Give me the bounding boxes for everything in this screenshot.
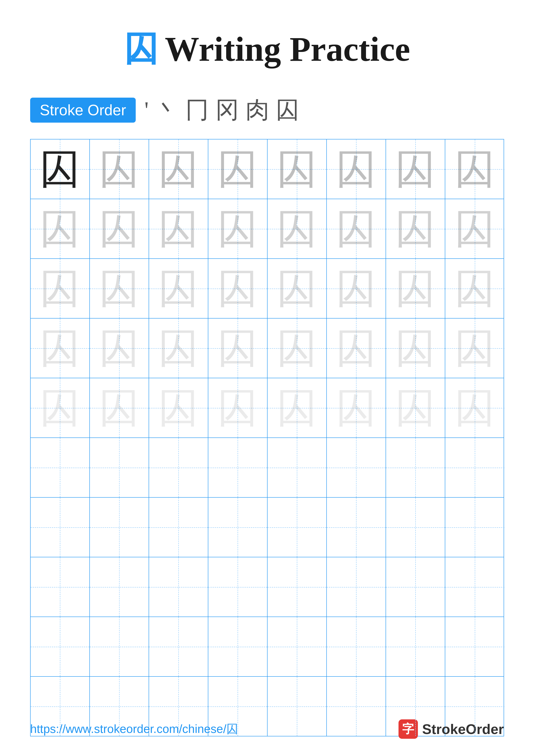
grid-cell: 囚 bbox=[31, 139, 90, 199]
stroke-char-3: 冂 bbox=[185, 94, 209, 126]
grid-cell-empty[interactable] bbox=[386, 438, 445, 497]
practice-char-guide: 囚 bbox=[217, 208, 258, 249]
grid-cell-empty[interactable] bbox=[90, 438, 149, 497]
practice-char-guide: 囚 bbox=[99, 268, 140, 309]
grid-cell: 囚 bbox=[445, 259, 504, 318]
grid-cell-empty[interactable] bbox=[267, 617, 327, 676]
practice-char-guide: 囚 bbox=[336, 149, 376, 190]
grid-cell-empty[interactable] bbox=[31, 557, 90, 617]
grid-cell: 囚 bbox=[208, 259, 267, 318]
grid-cell-empty[interactable] bbox=[90, 617, 149, 676]
grid-cell-empty[interactable] bbox=[208, 557, 267, 617]
practice-char-guide: 囚 bbox=[217, 149, 258, 190]
practice-char-guide: 囚 bbox=[99, 388, 140, 428]
grid-row-empty bbox=[31, 438, 504, 498]
grid-cell-empty[interactable] bbox=[386, 557, 445, 617]
stroke-order-badge: Stroke Order bbox=[30, 97, 136, 122]
grid-cell: 囚 bbox=[327, 378, 386, 438]
practice-char-guide: 囚 bbox=[336, 388, 376, 428]
practice-char-guide: 囚 bbox=[158, 268, 199, 309]
grid-cell: 囚 bbox=[149, 199, 208, 258]
grid-cell-empty[interactable] bbox=[90, 498, 149, 557]
practice-char-guide: 囚 bbox=[276, 328, 317, 369]
grid-cell: 囚 bbox=[267, 199, 327, 258]
grid-row: 囚 囚 囚 囚 囚 囚 囚 囚 bbox=[31, 199, 504, 259]
practice-char-guide: 囚 bbox=[395, 149, 436, 190]
grid-cell: 囚 bbox=[31, 318, 90, 378]
grid-cell-empty[interactable] bbox=[208, 498, 267, 557]
grid-cell-empty[interactable] bbox=[149, 617, 208, 676]
stroke-order-chars: ' ⼂ 冂 冈 肉 囚 bbox=[144, 94, 299, 126]
grid-cell: 囚 bbox=[327, 199, 386, 258]
grid-row-empty bbox=[31, 617, 504, 677]
grid-cell-empty[interactable] bbox=[149, 557, 208, 617]
grid-cell-empty[interactable] bbox=[31, 498, 90, 557]
grid-cell-empty[interactable] bbox=[386, 498, 445, 557]
grid-cell: 囚 bbox=[445, 199, 504, 258]
footer-brand: 字 StrokeOrder bbox=[398, 719, 504, 739]
grid-cell: 囚 bbox=[267, 318, 327, 378]
grid-cell-empty[interactable] bbox=[267, 498, 327, 557]
grid-cell-empty[interactable] bbox=[31, 438, 90, 497]
grid-cell-empty[interactable] bbox=[445, 617, 504, 676]
grid-cell: 囚 bbox=[267, 259, 327, 318]
practice-char-guide: 囚 bbox=[395, 208, 436, 249]
grid-row-empty bbox=[31, 498, 504, 557]
title-text: Writing Practice bbox=[165, 29, 410, 69]
stroke-char-2: ⼂ bbox=[155, 94, 179, 126]
practice-char-guide: 囚 bbox=[454, 388, 495, 428]
grid-cell-empty[interactable] bbox=[267, 438, 327, 497]
practice-char-guide: 囚 bbox=[336, 328, 376, 369]
footer: https://www.strokeorder.com/chinese/囚 字 … bbox=[0, 719, 534, 739]
title-chinese-char: 囚 bbox=[124, 26, 158, 72]
grid-cell-empty[interactable] bbox=[208, 438, 267, 497]
grid-cell: 囚 bbox=[445, 318, 504, 378]
practice-char-guide: 囚 bbox=[454, 268, 495, 309]
practice-char-guide: 囚 bbox=[39, 268, 80, 309]
stroke-order-section: Stroke Order ' ⼂ 冂 冈 肉 囚 bbox=[30, 94, 504, 126]
practice-char-guide: 囚 bbox=[454, 208, 495, 249]
practice-char-guide: 囚 bbox=[39, 328, 80, 369]
practice-char-guide: 囚 bbox=[395, 268, 436, 309]
grid-cell: 囚 bbox=[445, 139, 504, 199]
grid-cell: 囚 bbox=[90, 139, 149, 199]
grid-cell: 囚 bbox=[90, 259, 149, 318]
practice-char-guide: 囚 bbox=[217, 268, 258, 309]
grid-cell: 囚 bbox=[267, 139, 327, 199]
grid-cell-empty[interactable] bbox=[445, 438, 504, 497]
practice-char-guide: 囚 bbox=[276, 149, 317, 190]
grid-cell: 囚 bbox=[208, 318, 267, 378]
grid-cell-empty[interactable] bbox=[445, 498, 504, 557]
grid-cell-empty[interactable] bbox=[327, 617, 386, 676]
grid-cell-empty[interactable] bbox=[445, 557, 504, 617]
brand-icon: 字 bbox=[398, 719, 418, 739]
grid-cell: 囚 bbox=[208, 139, 267, 199]
practice-char-guide: 囚 bbox=[336, 208, 376, 249]
grid-cell: 囚 bbox=[208, 199, 267, 258]
grid-cell-empty[interactable] bbox=[327, 438, 386, 497]
practice-char-guide: 囚 bbox=[39, 208, 80, 249]
grid-cell-empty[interactable] bbox=[149, 498, 208, 557]
grid-cell: 囚 bbox=[327, 139, 386, 199]
grid-cell: 囚 bbox=[31, 378, 90, 438]
grid-cell: 囚 bbox=[267, 378, 327, 438]
grid-cell: 囚 bbox=[90, 199, 149, 258]
grid-cell-empty[interactable] bbox=[90, 557, 149, 617]
grid-cell-empty[interactable] bbox=[149, 438, 208, 497]
practice-char-guide: 囚 bbox=[217, 388, 258, 428]
grid-cell: 囚 bbox=[327, 318, 386, 378]
grid-cell-empty[interactable] bbox=[31, 617, 90, 676]
grid-cell: 囚 bbox=[445, 378, 504, 438]
grid-cell: 囚 bbox=[149, 318, 208, 378]
grid-cell: 囚 bbox=[90, 318, 149, 378]
grid-cell-empty[interactable] bbox=[327, 557, 386, 617]
practice-char-guide: 囚 bbox=[99, 208, 140, 249]
practice-char-guide: 囚 bbox=[336, 268, 376, 309]
grid-cell-empty[interactable] bbox=[386, 617, 445, 676]
practice-char-guide: 囚 bbox=[454, 149, 495, 190]
grid-cell-empty[interactable] bbox=[327, 498, 386, 557]
practice-char-guide: 囚 bbox=[158, 208, 199, 249]
grid-cell-empty[interactable] bbox=[267, 557, 327, 617]
grid-cell-empty[interactable] bbox=[208, 617, 267, 676]
stroke-char-1: ' bbox=[144, 96, 149, 124]
